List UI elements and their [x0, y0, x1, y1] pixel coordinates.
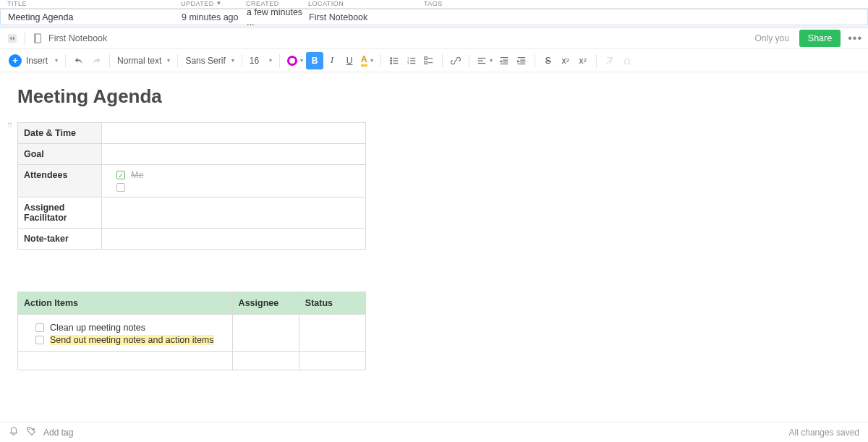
font-size-select[interactable]: 16▾ — [247, 56, 275, 66]
action-items-cell[interactable]: Clean up meeting notes Send out meeting … — [18, 315, 233, 352]
action-header-items: Action Items — [18, 292, 233, 315]
clear-format-button[interactable] — [601, 52, 618, 69]
action-header-assignee: Assignee — [232, 292, 299, 315]
action-items-table[interactable]: Action Items Assignee Status Clean up me… — [17, 292, 366, 370]
col-header-updated[interactable]: UPDATED — [181, 0, 246, 7]
svg-point-5 — [391, 60, 392, 61]
redo-button[interactable] — [88, 52, 105, 69]
svg-text:3: 3 — [407, 61, 409, 65]
meta-value-notetaker[interactable] — [102, 229, 366, 250]
meta-table[interactable]: Date & Time Goal Attendees ✓Me Assigned … — [17, 122, 366, 250]
note-header: First Notebook Only you Share ••• — [0, 28, 868, 49]
align-button[interactable]: ▾ — [474, 52, 495, 69]
svg-rect-0 — [8, 34, 17, 43]
insert-label: Insert — [26, 56, 48, 66]
font-family-label: Sans Serif — [185, 56, 225, 66]
meta-label-goal: Goal — [18, 144, 102, 165]
svg-point-3 — [391, 57, 392, 59]
action-item-2: Send out meeting notes and action items — [50, 335, 214, 345]
paragraph-style-select[interactable]: Normal text▾ — [114, 56, 173, 66]
document-body[interactable]: Meeting Agenda ⠿ Date & Time Goal Attend… — [0, 72, 868, 422]
meta-value-facilitator[interactable] — [102, 197, 366, 229]
more-menu-icon[interactable]: ••• — [848, 32, 862, 45]
checkbox-empty-icon[interactable] — [35, 323, 44, 332]
bullet-list-button[interactable] — [386, 52, 403, 69]
insert-symbol-button[interactable] — [618, 52, 636, 69]
row-updated: 9 minutes ago — [182, 12, 247, 22]
font-family-select[interactable]: Sans Serif▾ — [182, 56, 237, 66]
font-size-label: 16 — [250, 56, 259, 66]
svg-rect-17 — [425, 61, 427, 64]
action-empty-cell[interactable] — [18, 352, 233, 370]
row-created: a few minutes ... — [247, 7, 309, 27]
expand-icon[interactable] — [6, 32, 19, 45]
checkbox-checked-icon[interactable]: ✓ — [116, 171, 125, 179]
col-header-location[interactable]: LOCATION — [308, 0, 424, 7]
meta-label-attendees: Attendees — [18, 165, 102, 197]
notebook-name[interactable]: First Notebook — [48, 33, 107, 43]
paragraph-style-label: Normal text — [117, 56, 161, 66]
add-tag-label[interactable]: Add tag — [43, 428, 73, 438]
action-status-cell[interactable] — [299, 315, 365, 352]
plus-icon: + — [9, 54, 22, 67]
checkbox-empty-icon[interactable] — [35, 336, 44, 344]
format-toolbar: + Insert ▾ Normal text▾ Sans Serif▾ 16▾ … — [0, 49, 868, 72]
checklist-button[interactable] — [420, 52, 438, 69]
action-assignee-cell[interactable] — [232, 315, 299, 352]
svg-point-7 — [391, 62, 392, 64]
visibility-label: Only you — [754, 33, 788, 43]
note-footer: Add tag All changes saved — [0, 422, 868, 442]
strikethrough-button[interactable]: S — [540, 52, 557, 69]
undo-button[interactable] — [70, 52, 88, 69]
row-title: Meeting Agenda — [1, 12, 182, 22]
notebook-icon — [31, 32, 44, 45]
add-tag-icon[interactable] — [26, 426, 36, 438]
bold-button[interactable]: B — [306, 52, 323, 69]
notes-list-header: TITLE UPDATED CREATED LOCATION TAGS — [0, 0, 868, 9]
underline-button[interactable]: U — [341, 52, 358, 69]
attendee-me: Me — [131, 170, 143, 180]
row-location: First Notebook — [309, 12, 425, 22]
save-status: All changes saved — [789, 428, 859, 438]
col-header-tags[interactable]: TAGS — [424, 0, 868, 7]
drag-handle-icon[interactable]: ⠿ — [7, 122, 11, 129]
reminder-icon[interactable] — [9, 426, 19, 438]
subscript-button[interactable]: x2 — [574, 52, 592, 69]
meta-value-attendees[interactable]: ✓Me — [102, 165, 366, 197]
numbered-list-button[interactable]: 123 — [403, 52, 420, 69]
share-button[interactable]: Share — [799, 30, 841, 47]
action-header-status: Status — [299, 292, 365, 315]
col-header-title[interactable]: TITLE — [0, 0, 181, 7]
superscript-button[interactable]: x2 — [557, 52, 574, 69]
separator — [25, 32, 25, 45]
action-item-1: Clean up meeting notes — [50, 323, 145, 333]
svg-point-30 — [29, 429, 30, 430]
chevron-down-icon: ▾ — [55, 57, 58, 64]
meta-value-datetime[interactable] — [102, 123, 366, 144]
meta-label-datetime: Date & Time — [18, 123, 102, 144]
highlight-button[interactable]: A▾ — [358, 52, 376, 69]
svg-rect-15 — [425, 56, 427, 59]
col-header-created[interactable]: CREATED — [246, 0, 308, 7]
text-color-button[interactable]: ▾ — [284, 52, 306, 69]
outdent-button[interactable] — [495, 52, 513, 69]
italic-button[interactable]: I — [323, 52, 341, 69]
checkbox-empty-icon[interactable] — [116, 183, 125, 192]
note-title[interactable]: Meeting Agenda — [17, 85, 868, 108]
insert-button[interactable]: + Insert ▾ — [6, 52, 61, 69]
meta-value-goal[interactable] — [102, 144, 366, 165]
color-swatch-icon — [287, 56, 297, 66]
notes-list-row[interactable]: Meeting Agenda 9 minutes ago a few minut… — [0, 9, 868, 25]
indent-button[interactable] — [513, 52, 530, 69]
meta-label-facilitator: Assigned Facilitator — [18, 197, 102, 229]
link-button[interactable] — [447, 52, 464, 69]
meta-label-notetaker: Note-taker — [18, 229, 102, 250]
